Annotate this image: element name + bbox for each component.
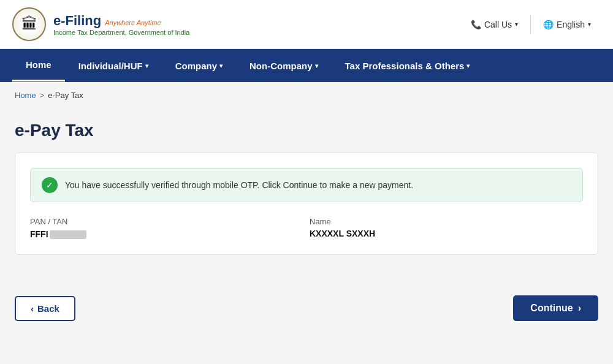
- main-nav: Home Individual/HUF ▾ Company ▾ Non-Comp…: [0, 49, 613, 82]
- dept-name: Income Tax Department, Government of Ind…: [53, 29, 189, 36]
- chevron-right-icon: ›: [578, 303, 581, 314]
- header: e-Filing Anywhere Anytime Income Tax Dep…: [0, 0, 613, 49]
- breadcrumb-separator: >: [40, 91, 45, 100]
- name-label: Name: [310, 217, 583, 226]
- breadcrumb: Home > e-Pay Tax: [0, 82, 613, 108]
- logo-text: e-Filing Anywhere Anytime Income Tax Dep…: [53, 13, 189, 36]
- chevron-down-icon: ▾: [466, 63, 470, 69]
- pan-tan-group: PAN / TAN FFFI: [30, 217, 303, 240]
- header-actions: 📞 Call Us ▾ 🌐 English ▾: [461, 15, 601, 34]
- success-banner: ✓ You have successfully verified through…: [30, 168, 583, 202]
- breadcrumb-home[interactable]: Home: [15, 91, 36, 100]
- pan-tan-label: PAN / TAN: [30, 217, 303, 226]
- nav-item-company[interactable]: Company ▾: [162, 51, 236, 81]
- efiling-tagline: Anywhere Anytime: [105, 19, 161, 26]
- main-content: e-Pay Tax ✓ You have successfully verifi…: [0, 108, 613, 283]
- detail-row: PAN / TAN FFFI Name KXXXXL SXXXH: [30, 217, 583, 240]
- nav-item-individual-huf[interactable]: Individual/HUF ▾: [65, 51, 162, 81]
- chevron-down-icon: ▾: [219, 63, 223, 69]
- chevron-left-icon: ‹: [31, 303, 34, 314]
- emblem-logo: [12, 7, 46, 41]
- language-button[interactable]: 🌐 English ▾: [533, 15, 601, 34]
- chevron-down-icon: ▾: [315, 63, 318, 69]
- chevron-down-icon: ▾: [588, 21, 591, 28]
- call-us-button[interactable]: 📞 Call Us ▾: [461, 15, 528, 34]
- info-card: ✓ You have successfully verified through…: [15, 153, 598, 255]
- name-value: KXXXXL SXXXH: [310, 229, 583, 238]
- globe-icon: 🌐: [543, 20, 554, 29]
- back-button[interactable]: ‹ Back: [15, 296, 75, 321]
- phone-icon: 📞: [471, 20, 481, 29]
- nav-item-home[interactable]: Home: [12, 50, 65, 82]
- logo-area: e-Filing Anywhere Anytime Income Tax Dep…: [12, 7, 189, 41]
- page-title: e-Pay Tax: [15, 121, 598, 140]
- success-message: You have successfully verified through m…: [65, 180, 413, 190]
- continue-button[interactable]: Continue ›: [513, 295, 598, 321]
- header-divider: [530, 15, 531, 34]
- chevron-down-icon: ▾: [145, 63, 148, 69]
- success-icon: ✓: [42, 177, 58, 193]
- efiling-title: e-Filing: [53, 13, 101, 29]
- chevron-down-icon: ▾: [515, 21, 518, 28]
- footer-actions: ‹ Back Continue ›: [0, 283, 613, 321]
- name-group: Name KXXXXL SXXXH: [310, 217, 583, 240]
- nav-item-tax-professionals[interactable]: Tax Professionals & Others ▾: [332, 51, 484, 81]
- breadcrumb-current: e-Pay Tax: [48, 91, 83, 100]
- blurred-pan: [50, 230, 86, 239]
- pan-tan-value: FFFI: [30, 229, 303, 240]
- nav-item-non-company[interactable]: Non-Company ▾: [236, 51, 332, 81]
